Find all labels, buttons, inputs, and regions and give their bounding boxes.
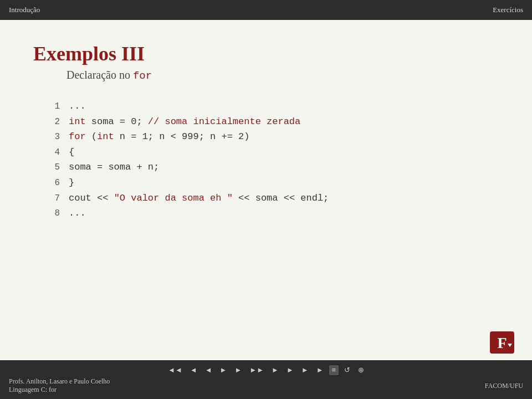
line-number-8: 8	[50, 207, 60, 221]
nav-btn-search[interactable]: ⊕	[356, 365, 366, 375]
nav-btn-extra1[interactable]: ►	[269, 365, 281, 375]
line-number-2: 2	[50, 115, 60, 130]
nav-controls-row: ◄◄ ◄ ◄ ► ► ►► ► ► ► ► ≡ ↺ ⊕	[0, 365, 532, 375]
code-line-7: 7 cout << "O valor da soma eh " << soma …	[50, 191, 499, 206]
bottom-info-row: Profs. Anilton, Lasaro e Paulo Coelho Li…	[0, 377, 532, 394]
subtitle-text: Declaração no	[66, 69, 133, 81]
line-number-3: 3	[50, 130, 60, 145]
nav-intro-link[interactable]: Introdução	[9, 6, 40, 14]
code-line-8: 8 ...	[50, 206, 499, 221]
code-line-3: 3 for (int n = 1; n < 999; n += 2)	[50, 129, 499, 145]
code-content-8: ...	[69, 206, 86, 221]
nav-btn-last[interactable]: ►►	[247, 365, 266, 375]
line-number-1: 1	[50, 100, 60, 114]
nav-btn-menu[interactable]: ≡	[329, 365, 339, 375]
nav-btn-first[interactable]: ◄◄	[166, 365, 185, 375]
facom-logo: F	[489, 330, 515, 355]
code-content-7: cout << "O valor da soma eh " << soma <<…	[69, 191, 329, 206]
nav-btn-next-section[interactable]: ►	[232, 365, 244, 375]
slide-title: Exemplos III	[33, 42, 499, 65]
line-number-7: 7	[50, 192, 60, 206]
bottom-left-info: Profs. Anilton, Lasaro e Paulo Coelho Li…	[9, 377, 110, 394]
code-content-6: }	[69, 175, 74, 190]
line-number-6: 6	[50, 176, 60, 191]
institution-text: FACOM/UFU	[485, 382, 523, 390]
slide-content: Exemplos III Declaração no for 1 ... 2 i…	[0, 20, 532, 360]
svg-text:F: F	[497, 334, 507, 351]
code-content-3: for (int n = 1; n < 999; n += 2)	[69, 129, 249, 144]
course-text: Linguagem C: for	[9, 386, 110, 394]
author-text: Profs. Anilton, Lasaro e Paulo Coelho	[9, 377, 110, 386]
subtitle-keyword: for	[133, 70, 152, 82]
code-block: 1 ... 2 int soma = 0; // soma inicialmen…	[50, 99, 499, 221]
code-line-2: 2 int soma = 0; // soma inicialmente zer…	[50, 114, 499, 130]
nav-btn-extra4[interactable]: ►	[314, 365, 326, 375]
nav-exercises-link[interactable]: Exercícios	[493, 6, 523, 14]
code-line-5: 5 soma = soma + n;	[50, 160, 499, 175]
code-line-6: 6 }	[50, 175, 499, 191]
nav-btn-extra2[interactable]: ►	[284, 365, 296, 375]
code-content-4: {	[69, 145, 74, 160]
code-content-2: int soma = 0; // soma inicialmente zerad…	[69, 114, 300, 129]
nav-btn-prev-section[interactable]: ◄	[188, 365, 200, 375]
top-navigation: Introdução Exercícios	[0, 0, 532, 20]
line-number-4: 4	[50, 146, 60, 160]
bottom-bar: ◄◄ ◄ ◄ ► ► ►► ► ► ► ► ≡ ↺ ⊕ Profs. Anilt…	[0, 360, 532, 399]
nav-btn-refresh[interactable]: ↺	[342, 365, 352, 375]
slide-subtitle: Declaração no for	[66, 69, 499, 82]
nav-btn-extra3[interactable]: ►	[299, 365, 311, 375]
code-line-4: 4 {	[50, 145, 499, 160]
code-content-5: soma = soma + n;	[69, 160, 159, 175]
nav-btn-next[interactable]: ►	[218, 365, 229, 375]
code-line-1: 1 ...	[50, 99, 499, 114]
nav-btn-prev[interactable]: ◄	[203, 365, 214, 375]
line-number-5: 5	[50, 161, 60, 175]
code-content-1: ...	[69, 99, 86, 114]
